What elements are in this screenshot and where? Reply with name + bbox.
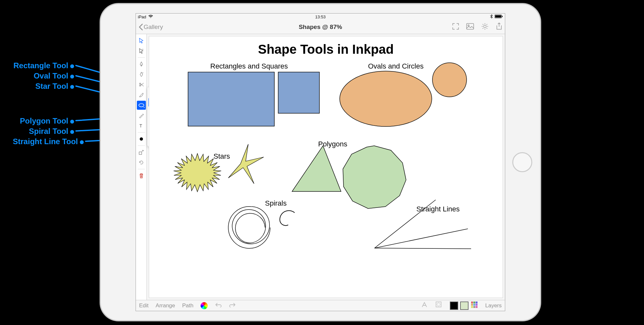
arrange-menu[interactable]: Arrange (156, 302, 175, 309)
svg-rect-32 (471, 306, 473, 308)
label-rects: Rectangles and Squares (210, 62, 288, 70)
callout-star: Star Tool (0, 82, 74, 91)
svg-point-12 (140, 137, 143, 141)
eyedropper-tool[interactable] (137, 111, 146, 120)
label-ovals: Ovals and Circles (368, 62, 423, 70)
carrier-label: iPad (138, 14, 146, 19)
layers-menu[interactable]: Layers (485, 302, 502, 309)
redo-icon[interactable] (229, 302, 236, 309)
direct-select-tool[interactable]: + (137, 46, 146, 55)
svg-rect-28 (476, 302, 478, 303)
svg-rect-1 (495, 15, 501, 17)
divider (138, 169, 145, 169)
svg-rect-17 (188, 72, 274, 126)
brush-tool[interactable] (137, 90, 146, 99)
svg-point-20 (432, 63, 467, 97)
color-wheel-icon[interactable] (201, 302, 208, 309)
svg-rect-13 (139, 152, 142, 154)
battery-icon (495, 14, 503, 19)
ios-statusbar: iPad 13:53 (136, 14, 505, 20)
callout-polygon: Polygon Tool (0, 116, 74, 125)
svg-rect-3 (467, 23, 474, 29)
svg-line-23 (374, 248, 471, 249)
select-tool[interactable] (137, 36, 146, 45)
fullscreen-icon[interactable] (452, 23, 459, 31)
gear-icon[interactable] (481, 23, 489, 32)
path-menu[interactable]: Path (182, 302, 194, 309)
callout-line: Straight Line Tool (0, 137, 84, 146)
document-title: Shapes @ 87% (299, 23, 342, 31)
svg-rect-30 (473, 304, 475, 306)
svg-rect-24 (436, 302, 441, 307)
callout-spiral: Spiral Tool (0, 127, 74, 136)
svg-point-5 (484, 25, 486, 28)
home-button[interactable] (512, 152, 532, 172)
svg-text:+: + (142, 48, 144, 51)
add-anchor-tool[interactable]: + (137, 70, 146, 79)
hand-tool[interactable] (137, 135, 146, 144)
tool-rail: + + T (136, 34, 147, 300)
text-style-icon[interactable] (421, 301, 428, 310)
svg-rect-29 (471, 304, 473, 306)
polygon-shape-1 (291, 144, 342, 193)
bluetooth-icon (490, 14, 493, 20)
svg-rect-34 (476, 306, 478, 308)
svg-rect-27 (473, 302, 475, 303)
stroke-swatch[interactable] (450, 302, 458, 310)
screen: iPad 13:53 Gallery Shapes @ 87% (136, 13, 505, 311)
scale-tool[interactable] (137, 148, 146, 157)
canvas[interactable]: Shape Tools in Inkpad Rectangles and Squ… (149, 36, 503, 298)
svg-rect-26 (471, 302, 473, 303)
svg-text:T: T (139, 123, 142, 128)
star-shape-2 (226, 143, 264, 184)
svg-line-21 (374, 200, 436, 248)
rotate-tool[interactable] (137, 158, 146, 167)
share-icon[interactable] (496, 22, 502, 32)
trash-tool[interactable] (137, 171, 146, 180)
shadow-icon[interactable] (435, 301, 443, 310)
svg-point-19 (340, 71, 432, 126)
canvas-title: Shape Tools in Inkpad (149, 42, 503, 57)
scissors-tool[interactable] (137, 80, 146, 89)
svg-rect-18 (278, 72, 319, 113)
rect-shape-2 (278, 72, 320, 114)
spiral-shape-1 (222, 199, 277, 253)
divider (138, 132, 145, 133)
bottombar: Edit Arrange Path Layers (136, 300, 505, 311)
svg-rect-31 (476, 304, 478, 306)
clock: 13:53 (315, 14, 326, 19)
divider (138, 145, 145, 146)
text-tool[interactable]: T (137, 121, 146, 130)
swatches-icon[interactable] (470, 301, 478, 310)
svg-rect-2 (502, 16, 503, 17)
image-icon[interactable] (466, 23, 474, 31)
rect-shape-1 (188, 72, 275, 126)
edit-menu[interactable]: Edit (139, 302, 148, 309)
shape-tool[interactable] (137, 101, 146, 110)
back-label: Gallery (144, 23, 163, 31)
undo-icon[interactable] (215, 302, 222, 309)
callout-rectangle: Rectangle Tool (0, 61, 74, 70)
oval-shape-2 (432, 62, 467, 98)
fill-swatch[interactable] (460, 302, 469, 310)
svg-text:+: + (142, 71, 144, 74)
wifi-icon (148, 14, 153, 19)
ipad-frame: iPad 13:53 Gallery Shapes @ 87% (100, 3, 541, 321)
navbar: Gallery Shapes @ 87% (136, 20, 505, 34)
line-shape-1 (371, 197, 474, 251)
svg-point-25 (437, 303, 440, 306)
svg-point-10 (139, 104, 144, 107)
svg-point-4 (468, 25, 469, 26)
star-shape-1 (168, 149, 226, 207)
oval-shape-1 (339, 70, 432, 128)
pen-tool[interactable] (137, 60, 146, 69)
spiral-shape-2 (276, 207, 298, 229)
divider (138, 57, 145, 58)
svg-rect-33 (473, 306, 475, 308)
svg-line-22 (374, 229, 468, 248)
back-button[interactable]: Gallery (138, 23, 163, 31)
callout-oval: Oval Tool (0, 71, 74, 80)
